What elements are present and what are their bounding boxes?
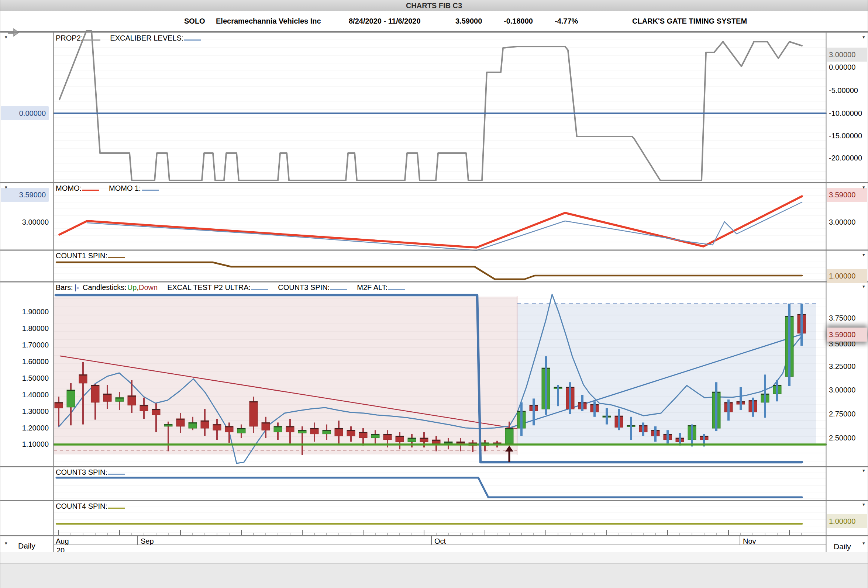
legend-count4: COUNT4 SPIN:	[56, 502, 135, 511]
count3-overlay-swatch	[330, 284, 347, 290]
momo1-line	[87, 202, 802, 251]
count3-line-swatch	[108, 469, 125, 475]
candle-6	[128, 396, 136, 405]
chart-window: CHARTS FIB C3 SOLO Elecramechannia Vehic…	[0, 0, 868, 588]
legend-excal-test-label[interactable]: EXCAL TEST P2 ULTRA:	[167, 283, 251, 292]
prop2-line-swatch	[83, 35, 100, 41]
bottom-toolbar	[0, 563, 868, 588]
count1-line-swatch	[108, 252, 125, 258]
legend-prop2: PROP2: EXCALIBER LEVELS:	[56, 34, 211, 43]
legend-momo1-label[interactable]: MOMO 1:	[109, 184, 141, 193]
legend-momo-label[interactable]: MOMO:	[56, 184, 81, 193]
count1-line	[56, 262, 802, 279]
candle-23	[335, 428, 343, 436]
legend-count1: COUNT1 SPIN:	[56, 252, 135, 260]
candles-up-label[interactable]: Up	[127, 283, 137, 292]
count4-line-swatch	[108, 503, 125, 509]
candle-12	[201, 420, 209, 428]
legend-count3-label[interactable]: COUNT3 SPIN:	[56, 468, 108, 477]
candle-1	[67, 390, 75, 407]
candle-3	[91, 385, 99, 402]
bars-style-glyph: |-	[75, 283, 79, 292]
legend-count3: COUNT3 SPIN:	[56, 468, 135, 477]
legend-excaliber-label[interactable]: EXCALIBER LEVELS:	[110, 34, 183, 43]
timeframe-selector-right[interactable]: Daily	[834, 542, 851, 551]
candle-16	[249, 401, 258, 426]
prop2-line	[59, 31, 802, 180]
candle-37	[505, 428, 513, 444]
m2f-swatch	[388, 284, 405, 290]
legend-count4-label[interactable]: COUNT4 SPIN:	[56, 502, 108, 511]
legend-bars-label[interactable]: Bars:	[56, 283, 73, 292]
legend-prop2-label[interactable]: PROP2:	[56, 34, 83, 43]
timeframe-selector-left[interactable]: Daily	[18, 542, 35, 550]
scrollbar-track[interactable]	[0, 552, 868, 563]
momo-line-swatch	[82, 185, 99, 191]
legend-m2f-label[interactable]: M2F ALT:	[357, 283, 388, 292]
shaded-region-1	[517, 304, 816, 445]
legend-count1-label[interactable]: COUNT1 SPIN:	[56, 252, 108, 260]
legend-candlesticks-label[interactable]: Candlesticks:	[83, 283, 127, 292]
excal-test-swatch	[251, 284, 268, 290]
shaded-region-0	[54, 296, 517, 454]
chart-canvas	[0, 0, 868, 588]
candle-2	[79, 374, 87, 383]
count3-panel-line	[56, 478, 802, 497]
momo1-line-swatch	[142, 185, 159, 191]
excaliber-line-swatch	[184, 35, 201, 41]
candles-down-label[interactable]: Down	[139, 283, 158, 292]
legend-main: Bars: |- Candlesticks: Up , Down EXCAL T…	[56, 283, 415, 292]
legend-count3-overlay-label[interactable]: COUNT3 SPIN:	[278, 283, 329, 292]
candle-4	[103, 393, 111, 401]
candle-10	[176, 419, 185, 426]
legend-momo: MOMO: MOMO 1:	[56, 184, 168, 193]
candle-17	[262, 422, 270, 430]
